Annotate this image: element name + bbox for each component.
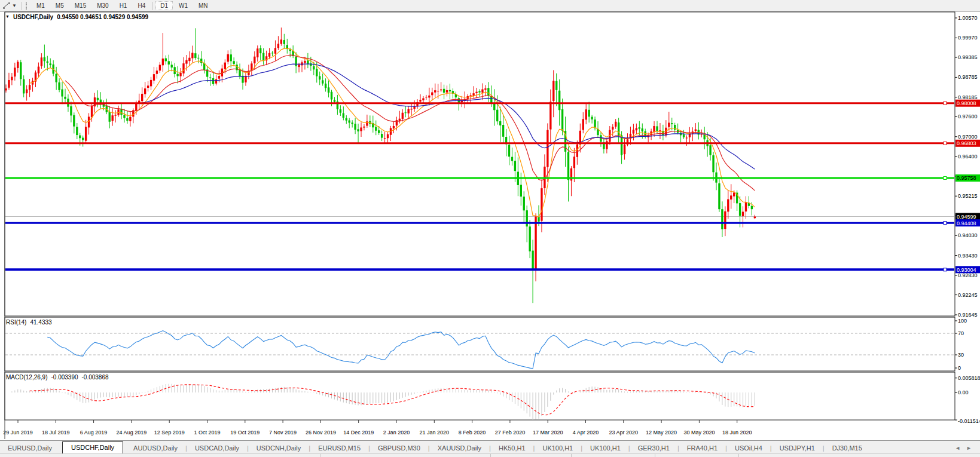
date-tick-label: 2 Jan 2020 bbox=[383, 430, 410, 435]
chart-tab-hk50-h1[interactable]: HK50,H1 bbox=[491, 443, 533, 454]
chart-tab-ger30-h1[interactable]: GER30,H1 bbox=[630, 443, 677, 454]
date-tick-label: 29 Jun 2019 bbox=[3, 430, 33, 435]
level-handle-0.95758[interactable] bbox=[944, 176, 947, 179]
time-axis[interactable]: 29 Jun 201918 Jul 20196 Aug 201924 Aug 2… bbox=[3, 420, 752, 435]
price-tick-label: 0.96400 bbox=[958, 154, 978, 160]
date-tick-label: 17 Mar 2020 bbox=[533, 430, 563, 435]
price-tick-label: 0.92245 bbox=[958, 292, 978, 298]
price-tick-label: 0.99385 bbox=[958, 54, 978, 60]
date-tick-label: 27 Feb 2020 bbox=[495, 430, 526, 435]
chart-tab-usoil-h4[interactable]: USOil,H4 bbox=[727, 443, 770, 454]
status-bar-divider bbox=[320, 454, 320, 457]
tab-scroll-controls: ◄► bbox=[955, 445, 980, 454]
price-tick-label: 0.98785 bbox=[958, 74, 978, 80]
chart-tab-bar: EURUSD,DailyUSDCHF,DailyAUDUSD,Daily|USD… bbox=[0, 440, 980, 454]
date-tick-label: 18 Jun 2020 bbox=[722, 430, 752, 435]
price-axis[interactable]: 1.005700.999700.993850.987850.981850.976… bbox=[955, 15, 980, 318]
macd-indicator-value: -0.003390 bbox=[51, 374, 78, 381]
rsi-indicator-name: RSI(14) bbox=[6, 319, 26, 326]
status-bar-divider bbox=[490, 454, 491, 457]
chart-tab-usdchf-daily[interactable]: USDCHF,Daily bbox=[62, 441, 123, 454]
chart-tab-uk100-h1[interactable]: UK100,H1 bbox=[582, 443, 628, 454]
date-tick-label: 14 Dec 2019 bbox=[343, 430, 374, 435]
status-bar-divider bbox=[655, 454, 655, 457]
level-badge-0.95758-text: 0.95758 bbox=[957, 175, 976, 181]
chart-tab-eurusd-daily[interactable]: EURUSD,Daily bbox=[0, 443, 60, 454]
level-handle-0.93004[interactable] bbox=[944, 268, 947, 271]
tab-scroll-right-icon[interactable]: ► bbox=[966, 445, 972, 451]
date-tick-label: 12 Sep 2019 bbox=[154, 430, 185, 435]
level-badge-0.98008-text: 0.98008 bbox=[957, 100, 976, 106]
date-tick-label: 23 Apr 2020 bbox=[609, 430, 639, 435]
price-tick-label: 0.93430 bbox=[958, 253, 978, 259]
date-tick-label: 30 May 2020 bbox=[683, 430, 715, 435]
price-tick-label: 0.95215 bbox=[958, 193, 978, 199]
rsi-axis[interactable]: 10070300 bbox=[955, 318, 967, 371]
chart-tab-xauusd-daily[interactable]: XAUUSD,Daily bbox=[430, 443, 489, 454]
rsi-tick-label: 30 bbox=[958, 352, 964, 358]
macd-indicator-name: MACD(12,26,9) bbox=[6, 374, 47, 381]
rsi-indicator-value: 41.4333 bbox=[30, 319, 51, 326]
macd-tick-label: -0.011514 bbox=[958, 418, 980, 424]
price-tick-label: 1.00570 bbox=[958, 15, 978, 21]
rsi-tick-label: 70 bbox=[958, 330, 964, 336]
chart-canvas[interactable]: 1.005700.999700.993850.987850.981850.976… bbox=[0, 0, 980, 440]
date-tick-label: 26 Nov 2019 bbox=[306, 430, 336, 435]
rsi-tick-label: 100 bbox=[958, 318, 967, 324]
date-tick-label: 6 Aug 2019 bbox=[80, 430, 108, 435]
chart-tab-fra40-h1[interactable]: FRA40,H1 bbox=[679, 443, 725, 454]
price-tick-label: 0.97600 bbox=[958, 114, 978, 119]
trading-terminal: ▼ M1M5M15M30H1H4D1W1MN 1.005700.999700.9… bbox=[0, 0, 980, 457]
macd-signal-value: -0.003868 bbox=[82, 374, 109, 381]
macd-axis[interactable]: 0.0058180.00-0.011514 bbox=[955, 375, 980, 424]
price-tick-label: 0.99970 bbox=[958, 35, 978, 41]
date-tick-label: 21 Jan 2020 bbox=[420, 430, 450, 435]
collapse-triangle-icon[interactable]: ▼ bbox=[5, 14, 10, 19]
date-tick-label: 24 Aug 2019 bbox=[117, 430, 147, 435]
level-badge-0.94408-text: 0.94408 bbox=[957, 220, 976, 226]
price-tick-label: 0.91645 bbox=[958, 312, 978, 318]
chart-tab-dj30-m15[interactable]: DJ30,M15 bbox=[825, 443, 870, 454]
date-tick-label: 1 Oct 2019 bbox=[194, 430, 220, 435]
chart-ohlc-readout: 0.94550 0.94651 0.94529 0.94599 bbox=[57, 14, 148, 20]
date-tick-label: 4 Apr 2020 bbox=[573, 430, 599, 435]
macd-tick-label: 0.00 bbox=[958, 389, 969, 395]
chart-tab-usdcad-daily[interactable]: USDCAD,Daily bbox=[187, 443, 247, 454]
chart-tab-audusd-daily[interactable]: AUDUSD,Daily bbox=[126, 443, 185, 454]
chart-tab-gbpusd-m30[interactable]: GBPUSD,M30 bbox=[370, 443, 428, 454]
macd-panel-frame bbox=[5, 372, 955, 420]
date-tick-label: 18 Jul 2019 bbox=[42, 430, 70, 435]
date-tick-label: 8 Feb 2020 bbox=[459, 430, 486, 435]
price-tick-label: 0.98185 bbox=[958, 94, 978, 100]
price-tick-label: 0.92830 bbox=[958, 272, 978, 278]
price-tick-label: 0.94030 bbox=[958, 232, 978, 238]
macd-tick-label: 0.005818 bbox=[958, 375, 980, 381]
rsi-panel-frame bbox=[5, 317, 955, 371]
tab-scroll-left-icon[interactable]: ◄ bbox=[955, 445, 960, 451]
status-bar bbox=[0, 453, 980, 457]
chart-header: ▼ USDCHF,Daily 0.94550 0.94651 0.94529 0… bbox=[5, 14, 148, 20]
level-badge-0.96803-text: 0.96803 bbox=[957, 140, 976, 146]
rsi-panel-label: RSI(14) 41.4333 bbox=[6, 319, 52, 326]
level-handle-0.98008[interactable] bbox=[944, 102, 947, 105]
rsi-tick-label: 0 bbox=[958, 365, 961, 371]
date-tick-label: 12 May 2020 bbox=[646, 430, 677, 435]
date-tick-label: 7 Nov 2019 bbox=[269, 430, 297, 435]
current-price-badge-text: 0.94599 bbox=[957, 214, 976, 220]
level-handle-0.94408[interactable] bbox=[944, 222, 947, 225]
chart-tab-usdcnh-daily[interactable]: USDCNH,Daily bbox=[249, 443, 309, 454]
status-bar-divider bbox=[738, 454, 739, 457]
chart-symbol-period: USDCHF,Daily bbox=[13, 14, 53, 20]
chart-tab-eurusd-m15[interactable]: EURUSD,M15 bbox=[310, 443, 368, 454]
chart-tab-uk100-h1[interactable]: UK100,H1 bbox=[535, 443, 581, 454]
status-bar-divider bbox=[571, 454, 572, 457]
chart-tab-usdjpy-h1[interactable]: USDJPY,H1 bbox=[772, 443, 823, 454]
level-handle-0.96803[interactable] bbox=[944, 142, 947, 145]
price-tick-label: 0.97000 bbox=[958, 134, 978, 140]
date-tick-label: 19 Oct 2019 bbox=[230, 430, 259, 435]
macd-panel-label: MACD(12,26,9) -0.003390 -0.003868 bbox=[6, 374, 109, 381]
level-badge-0.93004-text: 0.93004 bbox=[957, 267, 976, 273]
